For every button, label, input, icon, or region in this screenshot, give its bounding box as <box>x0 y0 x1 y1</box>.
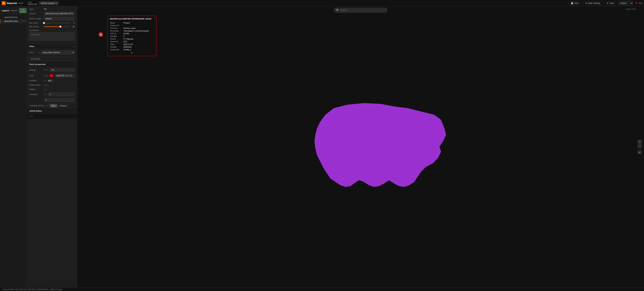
popup-key: DistrictCo <box>110 40 123 43</box>
layer-basic-section: Type Fill Source a8d1264f-cb1d-485f-8fc6… <box>27 6 77 44</box>
filter-select[interactable]: every filter matches <box>41 50 75 54</box>
status-text: Undo setFilter a8d1264f-cb1d-485f-8fc6-2… <box>3 288 62 290</box>
table-row: DistrictCo DC8 <box>110 40 154 43</box>
fx-icon: fx <box>44 94 45 96</box>
popup-value: NC085_6 <box>123 48 154 51</box>
filter-section-header[interactable]: Filter ▾ <box>27 44 77 49</box>
sigma-icon: Σ <box>48 75 49 77</box>
popup-key: WardNo <box>110 35 123 38</box>
translate-row: Translate fx Σ 0 <box>27 92 77 97</box>
table-row: $type Polygon <box>110 22 154 24</box>
layer-name: Wards_test <box>28 3 37 5</box>
translate-y[interactable]: 0 <box>44 98 75 102</box>
antialias-label: Antialias <box>29 80 42 82</box>
translate-map-btn[interactable]: Map <box>50 104 57 107</box>
popup-table: $type Polygon Feature ID Province Northe… <box>110 22 154 51</box>
sidebar-title: Layers <box>2 9 9 12</box>
brand-name: Maputnik <box>7 2 17 4</box>
popup-value: 30805006 <box>123 46 154 48</box>
fx-icon: fx <box>46 105 47 107</box>
color-label: Color <box>29 74 42 77</box>
duplicate-icon[interactable]: ⧉ <box>22 20 23 22</box>
pattern-label: Pattern <box>29 88 42 90</box>
compass-north[interactable]: ▲ <box>638 150 642 154</box>
brand-logo: M <box>2 1 6 5</box>
opacity-label: Opacity <box>29 69 42 71</box>
translate-anchor-row: Translate anchor fx Σ Map Viewport <box>27 103 77 108</box>
translate-icons: fx Σ <box>44 94 47 96</box>
table-row: WardID 30805006 <box>110 46 154 48</box>
feature-popup: × a8d1264f-cb1d-485f-8fc6-2973084d1b36: … <box>107 16 156 56</box>
grid-icon: ⊞ <box>46 75 47 77</box>
min-zoom-slider[interactable]: 0 <box>44 22 75 24</box>
color-value[interactable]: rgba(255, 0, 0, 1) <box>55 74 75 78</box>
json-editor-content: 1 { <box>27 114 77 118</box>
layer-indicator: Layer Wards_test <box>28 1 37 5</box>
layer-icon: ○ <box>2 20 3 22</box>
map-shape <box>300 95 451 199</box>
comments-input[interactable] <box>29 32 75 40</box>
main-layout: Layers Expand Add Layer ○ openstreetmap … <box>0 6 644 288</box>
antialias-toggle[interactable] <box>48 80 53 82</box>
visibility-icon[interactable]: 👁 <box>23 20 25 22</box>
min-zoom-label: Min Zoom <box>29 22 42 24</box>
search-input[interactable] <box>340 9 385 12</box>
inspect-select[interactable]: Inspect <box>618 1 633 5</box>
brand-version: v2.0.0 <box>18 2 23 4</box>
popup-value: NC085 <box>123 32 154 35</box>
translate-x[interactable]: 0 <box>48 92 75 96</box>
sigma-icon: Σ <box>46 80 47 82</box>
pattern-icons: fx Σ <box>44 88 47 90</box>
style-settings-button[interactable]: ⚙ Style Settings <box>583 1 602 5</box>
popup-value: Z F Mgcawu <box>123 38 154 40</box>
max-zoom-slider[interactable]: 24 <box>44 26 75 28</box>
json-editor-header[interactable]: JSON Editor ▾ <box>27 108 77 114</box>
source-value[interactable]: a8d1264f-cb1d-485f-8fc6-2973 <box>44 12 75 16</box>
add-filter-button[interactable]: ⊞ Add filter <box>29 57 75 61</box>
paint-chevron: ▾ <box>74 64 75 65</box>
popup-key: CAT_B <box>110 32 123 35</box>
sigma-icon: Σ <box>46 88 47 90</box>
popup-close[interactable]: × <box>154 16 155 19</box>
layer-list: ○ openstreetmap ○ a8d1264f-cb1d-485f-8 ⧉… <box>0 14 27 288</box>
zoom-level: Zoom: 5.18 <box>626 8 636 10</box>
max-zoom-thumb[interactable] <box>59 26 62 28</box>
antialias-row: Antialias fx Σ <box>27 78 77 83</box>
table-row: District Z F Mgcawu <box>110 38 154 40</box>
topbar: M Maputnik v2.0.0 Layer Wards_test Defau… <box>0 0 644 6</box>
help-icon: ❓ <box>635 2 638 4</box>
popup-key: $type <box>110 22 123 24</box>
help-button[interactable]: ❓ Help <box>635 2 642 4</box>
map-marker[interactable]: 1 <box>98 32 103 37</box>
sidebar-actions: Expand Add Layer <box>9 8 26 13</box>
table-row: Date 2020-11-24 <box>110 43 154 46</box>
source-layer-value[interactable]: default <box>44 17 75 20</box>
save-button[interactable]: 💾 Save <box>569 1 581 5</box>
map-view[interactable]: 🔍 Zoom: 5.18 1 × a8d1264f-cb1d-485f-8fc6… <box>77 6 644 288</box>
expand-button[interactable]: Expand <box>9 8 18 13</box>
view-button[interactable]: 👁 View <box>604 1 616 5</box>
min-zoom-row: Min Zoom 0 <box>29 22 75 24</box>
fx-icon: fx <box>44 88 45 90</box>
opacity-value[interactable]: 0.8 <box>50 68 75 72</box>
add-icon: ⊞ <box>31 58 32 60</box>
min-zoom-thumb[interactable] <box>43 22 45 24</box>
table-row: Feature ID <box>110 24 154 27</box>
layer-type-selector[interactable]: Default polygon ▾ <box>39 1 58 5</box>
brand: M Maputnik v2.0.0 <box>2 1 23 5</box>
paint-section-header[interactable]: Paint properties ▾ <box>27 62 77 67</box>
layer-item-wards[interactable]: ○ a8d1264f-cb1d-485f-8 ⧉ 👁 <box>0 19 27 23</box>
layer-type-label: Default polygon <box>41 2 55 4</box>
south-africa-svg <box>300 95 451 199</box>
zoom-in-button[interactable]: + <box>638 140 642 144</box>
layer-item-openstreetmap[interactable]: ○ openstreetmap <box>0 15 27 19</box>
settings-panel: Type Fill Source a8d1264f-cb1d-485f-8fc6… <box>27 6 77 288</box>
layer-label: Layer <box>28 1 37 3</box>
zoom-out-button[interactable]: − <box>638 144 642 148</box>
sigma-icon: Σ <box>48 69 49 71</box>
translate-viewport-btn[interactable]: Viewport <box>58 104 68 107</box>
popup-value: DC8 <box>123 40 154 43</box>
outline-color-label: Outline color <box>29 84 42 86</box>
add-layer-button[interactable]: Add Layer <box>19 8 26 13</box>
color-swatch[interactable] <box>50 74 53 77</box>
